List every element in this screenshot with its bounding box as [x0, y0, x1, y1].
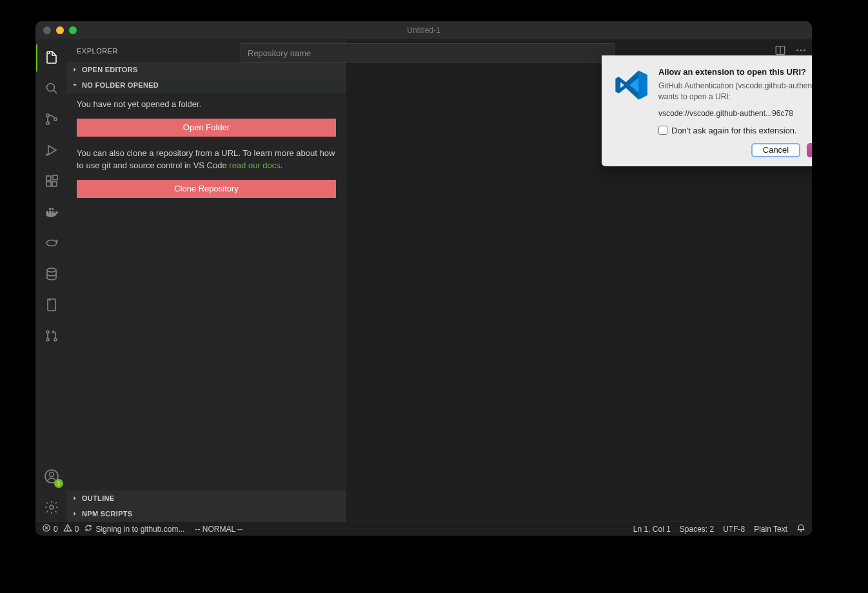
source-control-activity[interactable]	[36, 106, 67, 133]
svg-point-1	[46, 113, 49, 116]
docker-activity[interactable]	[36, 199, 67, 226]
bell-icon	[796, 523, 805, 534]
extensions-activity[interactable]	[36, 168, 67, 195]
extensions-icon	[44, 173, 59, 191]
svg-point-13	[54, 338, 57, 341]
clone-text-suffix: .	[281, 160, 283, 170]
svg-point-0	[47, 83, 55, 91]
account-badge: 1	[54, 479, 63, 488]
search-activity[interactable]	[36, 75, 67, 102]
dont-ask-checkbox[interactable]	[658, 126, 667, 135]
svg-rect-5	[46, 176, 51, 180]
indentation-status[interactable]: Spaces: 2	[680, 525, 714, 534]
svg-point-12	[46, 338, 49, 341]
file-icon	[44, 297, 59, 315]
vim-mode-text: -- NORMAL --	[195, 525, 242, 534]
accounts-activity[interactable]: 1	[36, 463, 67, 491]
chevron-right-icon	[70, 65, 79, 74]
chevron-right-icon	[70, 509, 79, 518]
spaces-text: Spaces: 2	[680, 525, 714, 534]
gear-icon	[44, 500, 59, 517]
chevron-down-icon	[70, 81, 79, 90]
status-bar: 0 0 Signing in to github.com... -- NORMA…	[35, 521, 812, 536]
npm-scripts-header[interactable]: NPM SCRIPTS	[66, 506, 346, 521]
dialog-uri: vscode://vscode.github-authent...96c78	[658, 109, 812, 118]
error-count: 0	[54, 525, 58, 534]
dialog-title: Allow an extension to open this URI?	[658, 67, 812, 77]
welcome-text-2: You can also clone a repository from a U…	[77, 147, 336, 172]
clone-repository-button[interactable]: Clone Repository	[77, 180, 336, 198]
remote-icon	[44, 235, 59, 253]
svg-point-19	[796, 50, 798, 52]
svg-point-23	[67, 530, 68, 530]
outline-label: OUTLINE	[82, 494, 114, 502]
signing-status[interactable]: Signing in to github.com...	[84, 523, 184, 534]
svg-rect-6	[46, 182, 51, 186]
open-button[interactable]: Open	[807, 143, 812, 157]
settings-activity[interactable]	[36, 494, 67, 521]
language-status[interactable]: Plain Text	[754, 525, 787, 534]
svg-point-9	[47, 268, 56, 272]
vscode-window: Untitled-1	[35, 21, 812, 536]
cancel-button[interactable]: Cancel	[751, 143, 800, 157]
dont-ask-label[interactable]: Don't ask again for this extension.	[671, 126, 797, 135]
sync-icon	[84, 523, 93, 534]
docs-link[interactable]: read our docs	[229, 160, 281, 170]
notifications-status[interactable]	[796, 523, 805, 534]
chevron-right-icon	[70, 494, 79, 503]
pull-request-icon	[44, 328, 59, 345]
warnings-status[interactable]: 0	[63, 523, 79, 534]
svg-point-2	[46, 121, 49, 124]
source-control-icon	[44, 112, 59, 129]
signing-text: Signing in to github.com...	[95, 525, 184, 534]
no-folder-label: NO FOLDER OPENED	[82, 81, 159, 89]
explorer-activity[interactable]	[36, 44, 67, 72]
titlebar: Untitled-1	[35, 21, 812, 39]
play-icon	[44, 142, 59, 160]
open-folder-button[interactable]: Open Folder	[77, 119, 336, 137]
open-editors-header[interactable]: OPEN EDITORS	[66, 62, 346, 77]
docker-icon	[44, 204, 59, 222]
svg-rect-10	[48, 299, 55, 311]
activity-bar: 1	[35, 39, 66, 521]
svg-point-3	[54, 117, 57, 120]
project-activity[interactable]	[36, 292, 67, 319]
svg-point-21	[804, 50, 805, 52]
outline-header[interactable]: OUTLINE	[66, 491, 346, 506]
svg-point-11	[46, 331, 49, 333]
welcome-section: You have not yet opened a folder. Open F…	[66, 93, 346, 219]
lang-text: Plain Text	[754, 525, 787, 534]
vscode-logo-icon	[613, 67, 649, 157]
window-title: Untitled-1	[35, 26, 812, 35]
svg-point-16	[50, 505, 54, 509]
svg-rect-7	[52, 182, 57, 186]
editor-area: Repository name Allow an extension to	[346, 39, 812, 521]
uri-permission-dialog: Allow an extension to open this URI? Git…	[602, 55, 812, 166]
run-debug-activity[interactable]	[36, 137, 67, 164]
cursor-position-status[interactable]: Ln 1, Col 1	[633, 525, 671, 534]
dialog-subtitle: GitHub Authentication (vscode.github-aut…	[658, 81, 812, 102]
encoding-status[interactable]: UTF-8	[723, 525, 745, 534]
encoding-text: UTF-8	[723, 525, 745, 534]
vim-mode-status: -- NORMAL --	[195, 525, 242, 534]
command-input[interactable]: Repository name	[241, 43, 615, 63]
remote-activity[interactable]	[36, 230, 67, 257]
errors-status[interactable]: 0	[42, 523, 58, 534]
clone-text-prefix: You can also clone a repository from a U…	[77, 148, 335, 171]
command-input-placeholder: Repository name	[248, 48, 311, 58]
svg-rect-8	[53, 175, 57, 180]
files-icon	[44, 50, 59, 67]
pull-request-activity[interactable]	[36, 323, 67, 350]
warning-count: 0	[75, 525, 79, 534]
open-editors-label: OPEN EDITORS	[82, 66, 138, 73]
svg-point-14	[50, 472, 54, 476]
error-icon	[42, 523, 51, 534]
welcome-text-1: You have not yet opened a folder.	[77, 98, 336, 111]
database-icon	[44, 266, 59, 284]
database-activity[interactable]	[36, 261, 67, 288]
svg-point-4	[46, 154, 48, 155]
no-folder-header[interactable]: NO FOLDER OPENED	[66, 77, 346, 93]
npm-scripts-label: NPM SCRIPTS	[82, 510, 132, 518]
cursor-text: Ln 1, Col 1	[633, 525, 671, 534]
search-icon	[44, 81, 59, 98]
